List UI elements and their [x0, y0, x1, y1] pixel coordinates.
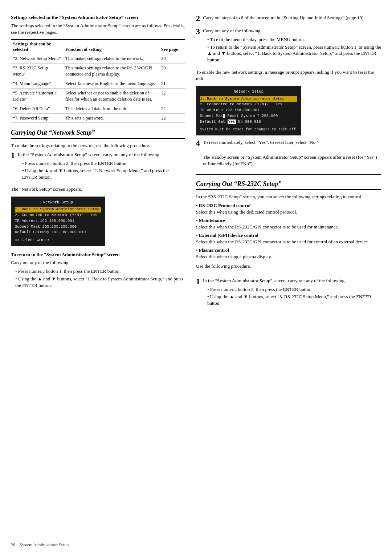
- table-cell-page: 22: [159, 88, 185, 104]
- carrying-network-intro: To make the settings relating to the net…: [11, 142, 185, 149]
- step1-num: 1: [11, 151, 15, 159]
- bullet-bold: RS-232C Protocol control: [199, 203, 251, 208]
- step1-text: In the “System Administrator Setup” scre…: [18, 151, 185, 158]
- bullet-bold: Plasma control: [199, 247, 229, 253]
- table-cell-function: This makes settings related to the netwo…: [63, 54, 159, 64]
- table-cell-function: This sets a password.: [63, 113, 159, 123]
- screen-line: 2. Connected to Network (Y/N)? : Yes: [15, 212, 101, 218]
- table-cell-setting: “7. Password Setup”: [11, 113, 63, 123]
- table-row: “3. RS-232C Setup Menu” This makes setti…: [11, 64, 185, 79]
- step2-block: 2 Carry out steps 4 to 8 of the procedur…: [196, 15, 381, 23]
- table-row: “7. Password Setup” This sets a password…: [11, 113, 185, 123]
- bullet-bold: External (GPI) device control: [199, 232, 258, 238]
- screen-line: Subnet Mas█ Reset System ? 255.000: [200, 113, 297, 119]
- step2-num: 2: [196, 15, 200, 23]
- table-row: “4. Menu Language” Select Japanese or En…: [11, 79, 185, 89]
- bullet-bold: Maintenance: [199, 218, 225, 223]
- screen2-title: Network Setup: [200, 89, 297, 95]
- screen-line: IP Address 192.168.000.001: [15, 218, 101, 224]
- return-heading: To return to the “System Administrator S…: [11, 251, 185, 258]
- table-row: “2. Network Setup Menu” This makes setti…: [11, 54, 185, 64]
- list-item: RS-232C Protocol controlSelect this when…: [196, 202, 381, 215]
- screen-line: Subnet Mask 255.255.255.000: [15, 224, 101, 230]
- list-item: Press numeric button 3, then press the E…: [207, 286, 381, 293]
- step3-text: Carry out any of the following.: [203, 28, 381, 34]
- table-cell-page: 20: [159, 54, 185, 64]
- screen1-title: Network Setup: [15, 200, 101, 206]
- rs232-step1-text: In the “System Administrator Setup” scre…: [203, 278, 381, 284]
- screen1: Network Setup 1. Back to System Administ…: [11, 197, 105, 247]
- carrying-network-title: Carrying Out “Network Setup”: [11, 129, 185, 139]
- col-header-function: Function of setting: [63, 40, 159, 54]
- carrying-network-section: Carrying Out “Network Setup” To make the…: [11, 129, 185, 288]
- table-row: “6. Delete All Data” This deletes all da…: [11, 104, 185, 113]
- right-column: 2 Carry out steps 4 to 8 of the procedur…: [196, 15, 381, 312]
- footer-text: System Administrator Setup: [20, 542, 69, 547]
- list-item: Using the ▲ and ▼ buttons, select “1. Ba…: [15, 276, 185, 288]
- screen2-lines: 1. Back to System Administrator Setup2. …: [200, 96, 297, 125]
- step4-text: To reset immediately, select “Yes”; to r…: [203, 139, 381, 146]
- step3-num: 3: [196, 28, 200, 36]
- table-cell-page: 20: [159, 64, 185, 79]
- section-intro: The settings selected in the “System Adm…: [11, 23, 185, 36]
- page-footer: 20 System Administrator Setup: [11, 542, 69, 548]
- rs232-step1-num: 1: [196, 278, 200, 285]
- list-item: MaintenanceSelect this when the RS-232C/…: [196, 217, 381, 230]
- table-cell-page: 22: [159, 104, 185, 113]
- rs232-step1-bullets: Press numeric button 3, then press the E…: [207, 286, 381, 307]
- settings-table: Settings that can be selected Function o…: [11, 40, 185, 123]
- rs232-bullets: RS-232C Protocol controlSelect this when…: [196, 202, 381, 260]
- list-item: Press numeric button 1, then press the E…: [15, 268, 185, 275]
- enable-msg: To enable the new network settings, a me…: [196, 69, 381, 82]
- screen-line: 1. Back to System Administrator Setup: [15, 207, 101, 212]
- col-header-settings: Settings that can be selected: [11, 40, 63, 54]
- screen2-bottom-text: System must be reset for changes to take…: [200, 127, 297, 132]
- step4-block: 4 To reset immediately, select “Yes”; to…: [196, 139, 381, 169]
- carrying-rs232-title: Carrying Out “RS-232C Setup”: [196, 180, 381, 190]
- step3-bullets: To exit the menu display, press the MENU…: [207, 36, 381, 63]
- screen-line: 1. Back to System Administrator Setup: [200, 96, 297, 102]
- table-cell-function: Select whether or not to enable the dele…: [63, 88, 159, 104]
- table-cell-setting: “2. Network Setup Menu”: [11, 54, 63, 64]
- table-cell-setting: “4. Menu Language”: [11, 79, 63, 89]
- col-header-page: See page: [159, 40, 185, 54]
- screen1-controls: ○○ Select ↵Enter: [15, 238, 101, 243]
- table-row: “5. Activate ‘Automatic Delete’” Select …: [11, 88, 185, 104]
- list-item: Press numeric button 2, then press the E…: [22, 160, 185, 167]
- table-cell-page: 22: [159, 113, 185, 123]
- table-cell-setting: “6. Delete All Data”: [11, 104, 63, 113]
- settings-table-container: Settings that can be selected Function o…: [11, 39, 185, 123]
- step4-num: 4: [196, 139, 200, 147]
- screen-line: 2. Connected to Network (Y/N)? : Yes: [200, 102, 297, 108]
- screen-line: IP Address 192.168.000.001: [200, 108, 297, 113]
- table-cell-setting: “3. RS-232C Setup Menu”: [11, 64, 63, 79]
- table-cell-page: 21: [159, 79, 185, 89]
- section-heading: Settings selected in the “System Adminis…: [11, 15, 185, 20]
- screen2: Network Setup 1. Back to System Administ…: [196, 86, 301, 136]
- screen1-lines: 1. Back to System Administrator Setup2. …: [15, 207, 101, 235]
- return-intro: Carry out any of the following.: [11, 259, 185, 266]
- step1-after: The “Network Setup” screen appears.: [11, 186, 185, 193]
- step1-bullets: Press numeric button 2, then press the E…: [22, 160, 185, 181]
- table-cell-function: This makes settings related to the RS-23…: [63, 64, 159, 79]
- step1-block: 1 In the “System Administrator Setup” sc…: [11, 151, 185, 182]
- page-number: 20: [11, 542, 15, 547]
- screen-line: Default Gat Yes No 000.010: [200, 119, 297, 125]
- list-item: To exit the menu display, press the MENU…: [207, 36, 381, 43]
- table-cell-function: Select Japanese or English as the menu l…: [63, 79, 159, 89]
- return-bullets: Press numeric button 1, then press the E…: [15, 268, 185, 288]
- screen-line: Default Gateway 192.168.000.010: [15, 230, 101, 235]
- list-item: Using the ▲ and ▼ buttons, select “3. RS…: [207, 293, 381, 306]
- table-cell-function: This deletes all data from the unit.: [63, 104, 159, 113]
- list-item: Using the ▲ and ▼ buttons, select “2. Ne…: [22, 167, 185, 180]
- step2-text: Carry out steps 4 to 8 of the procedure …: [203, 15, 381, 21]
- list-item: Plasma controlSelect this when using a p…: [196, 247, 381, 260]
- rs232-step1-block: 1 In the “System Administrator Setup” sc…: [196, 278, 381, 308]
- list-item: To return to the “System Administrator S…: [207, 44, 381, 63]
- carrying-rs232-intro: In the “RS-232C Setup” screen, you can s…: [196, 194, 381, 200]
- carrying-rs232-section: Carrying Out “RS-232C Setup” In the “RS-…: [196, 180, 381, 308]
- step4-after: The standby screen or “System Administra…: [203, 154, 381, 167]
- left-column: Settings selected in the “System Adminis…: [11, 15, 185, 312]
- list-item: External (GPI) device controlSelect this…: [196, 232, 381, 245]
- step3-block: 3 Carry out any of the following. To exi…: [196, 28, 381, 64]
